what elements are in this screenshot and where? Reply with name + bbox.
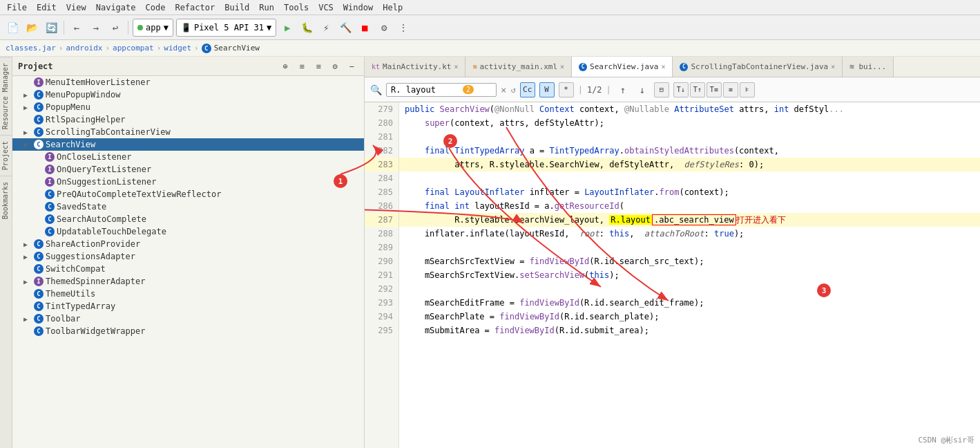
device-arrow: ▼	[267, 23, 271, 32]
search-btn-tx1[interactable]: T↓	[673, 82, 689, 97]
toolbar: 📄 📂 🔄 ← → ↩ app ▼ 📱 Pixel 5 API 31 ▼ ▶ 🐛…	[0, 15, 980, 40]
tree-item-toolbarwidgetwrapper[interactable]: C ToolbarWidgetWrapper	[12, 325, 364, 337]
code-line-279: public SearchView(@NonNull Context conte…	[399, 102, 980, 116]
breadcrumb: classes.jar › androidx › appcompat › wid…	[0, 40, 980, 57]
tree-item-menuitemhoverlistener[interactable]: I MenuItemHoverListener	[12, 76, 364, 88]
toolbar-undo-btn[interactable]: ↩	[107, 19, 124, 36]
tree-item-scrollingtabcontainerview[interactable]: ▶ C ScrollingTabContainerView	[12, 126, 364, 138]
tree-item-tinttypedarray[interactable]: C TintTypedArray	[12, 300, 364, 312]
menu-vcs[interactable]: VCS	[314, 1, 338, 14]
search-input-wrap: 2	[386, 83, 497, 97]
breadcrumb-widget[interactable]: widget	[164, 44, 191, 53]
menu-run[interactable]: Run	[255, 1, 278, 14]
search-btn-filter[interactable]: ⊧	[740, 82, 755, 97]
tab-bui[interactable]: ≋ bui...	[843, 57, 894, 77]
vtab-project[interactable]: Project	[0, 135, 12, 176]
watermark: CSDN @彬sir哥	[918, 435, 974, 445]
editor-tabs: kt MainActivity.kt × ≋ activity_main.xml…	[365, 57, 980, 77]
tree-item-onquerytextlistener[interactable]: I OnQueryTextListener	[12, 163, 364, 176]
search-prev-btn[interactable]: ↑	[615, 82, 631, 97]
tree-item-searchview[interactable]: ▼ C SearchView	[12, 138, 364, 151]
settings-btn[interactable]: ⚙	[376, 19, 392, 36]
tree-item-updatabletouchdelegate[interactable]: C UpdatableTouchDelegate	[12, 225, 364, 238]
vtab-bookmarks[interactable]: Bookmarks	[0, 176, 12, 225]
run-btn[interactable]: ▶	[279, 19, 296, 36]
tree-item-themeutils[interactable]: C ThemeUtils	[12, 288, 364, 300]
search-infile-btn[interactable]: ⊟	[654, 82, 669, 97]
menu-navigate[interactable]: Navigate	[92, 1, 140, 14]
search-case-btn[interactable]: Cc	[520, 82, 535, 97]
tab-searchview[interactable]: C SearchView.java ×	[572, 57, 673, 77]
tab-close-activitymain[interactable]: ×	[560, 63, 564, 71]
profile-btn[interactable]: ⚡	[318, 19, 334, 36]
menu-file[interactable]: File	[3, 1, 31, 14]
search-icon: 🔍	[370, 84, 382, 95]
device-label: Pixel 5 API 31	[194, 23, 264, 32]
tab-close-searchview[interactable]: ×	[661, 63, 665, 71]
menu-tools[interactable]: Tools	[280, 1, 313, 14]
breadcrumb-appcompat[interactable]: appcompat	[113, 44, 154, 53]
tree-item-onsuggestionlistener[interactable]: I OnSuggestionListener	[12, 176, 364, 188]
tab-activitymain[interactable]: ≋ activity_main.xml ×	[465, 57, 572, 77]
search-input[interactable]	[391, 85, 460, 95]
sidebar-collapse-btn[interactable]: ≡	[295, 59, 309, 73]
breadcrumb-classes[interactable]: classes.jar	[6, 44, 56, 53]
toolbar-open-btn[interactable]: 📂	[23, 19, 40, 36]
debug-btn[interactable]: 🐛	[298, 19, 315, 36]
toolbar-new-btn[interactable]: 📄	[4, 19, 21, 36]
tree-item-menupopupwindow[interactable]: ▶ C MenuPopupWindow	[12, 88, 364, 101]
menu-build[interactable]: Build	[220, 1, 253, 14]
vtab-resource-manager[interactable]: Resource Manager	[0, 57, 12, 135]
tab-close-mainactivity[interactable]: ×	[454, 63, 458, 71]
toolbar-back-btn[interactable]: ←	[68, 19, 85, 36]
code-line-289	[399, 241, 980, 254]
search-btn-tx2[interactable]: T↑	[690, 82, 705, 97]
code-area[interactable]: 279 280 281 282 283 284 285 286 287 288 …	[365, 102, 980, 448]
search-bar: 🔍 2 × ↺ Cc W * | 1/2 | ↑ ↓ ⊟ T↓ T↑ T≡ ≡ …	[365, 77, 980, 102]
tab-label-mainactivity: MainActivity.kt	[383, 62, 451, 71]
menu-window[interactable]: Window	[339, 1, 377, 14]
menu-edit[interactable]: Edit	[32, 1, 61, 14]
search-btn-align[interactable]: ≡	[723, 82, 738, 97]
menu-refactor[interactable]: Refactor	[171, 1, 219, 14]
sidebar-locate-btn[interactable]: ⊕	[278, 59, 292, 73]
search-clear-btn[interactable]: ×	[501, 84, 506, 95]
search-history-btn[interactable]: ↺	[510, 85, 515, 95]
tab-mainactivity[interactable]: kt MainActivity.kt ×	[365, 57, 465, 77]
tab-close-scrollingtab[interactable]: ×	[831, 63, 835, 71]
more-btn[interactable]: ⋮	[395, 19, 412, 36]
build-btn[interactable]: 🔨	[337, 19, 354, 36]
search-next-btn[interactable]: ↓	[635, 82, 650, 97]
search-regex-btn[interactable]: *	[559, 82, 574, 97]
tab-scrollingtab[interactable]: C ScrollingTabContainerView.java ×	[673, 57, 843, 77]
tree-item-savedstate[interactable]: C SavedState	[12, 200, 364, 213]
tree-item-popupmenu[interactable]: ▶ C PopupMenu	[12, 101, 364, 113]
tree-item-switchcompat[interactable]: C SwitchCompat	[12, 263, 364, 275]
menu-help[interactable]: Help	[378, 1, 407, 14]
run-config-dropdown[interactable]: app ▼	[133, 19, 173, 37]
code-line-287: R.styleable.SearchView_layout, R.layout.…	[399, 213, 980, 227]
menu-view[interactable]: View	[62, 1, 90, 14]
tree-item-shareactionprovider[interactable]: ▶ C ShareActionProvider	[12, 238, 364, 250]
code-line-282: final TintTypedArray a = TintTypedArray.…	[399, 144, 980, 158]
stop-btn[interactable]: ■	[356, 19, 373, 36]
breadcrumb-current: SearchView	[214, 44, 260, 53]
toolbar-sync-btn[interactable]: 🔄	[43, 19, 59, 36]
tree-item-searchautocomplete[interactable]: C SearchAutoComplete	[12, 213, 364, 225]
tree-item-rtlspacinghelper[interactable]: C RtlSpacingHelper	[12, 113, 364, 126]
device-dropdown[interactable]: 📱 Pixel 5 API 31 ▼	[176, 19, 276, 37]
code-line-288: inflater.inflate(layoutResId, root: this…	[399, 227, 980, 241]
tree-item-oncloselistener[interactable]: I OnCloseListener	[12, 151, 364, 163]
tree-item-themedspinneradapter[interactable]: ▶ I ThemedSpinnerAdapter	[12, 275, 364, 288]
breadcrumb-androidx[interactable]: androidx	[66, 44, 102, 53]
tree-item-toolbar[interactable]: ▶ C Toolbar	[12, 312, 364, 325]
toolbar-forward-btn[interactable]: →	[88, 19, 104, 36]
tree-item-preqautocomplete[interactable]: C PreQAutoCompleteTextViewReflector	[12, 188, 364, 200]
menu-code[interactable]: Code	[142, 1, 170, 14]
search-btn-tx3[interactable]: T≡	[707, 82, 722, 97]
search-word-btn[interactable]: W	[539, 82, 555, 97]
tree-item-suggestionsadapter[interactable]: ▶ C SuggestionsAdapter	[12, 250, 364, 263]
sidebar-settings-btn[interactable]: ⚙	[328, 59, 342, 73]
sidebar-filter-btn[interactable]: ≡	[311, 59, 325, 73]
sidebar-close-btn[interactable]: −	[345, 59, 358, 73]
